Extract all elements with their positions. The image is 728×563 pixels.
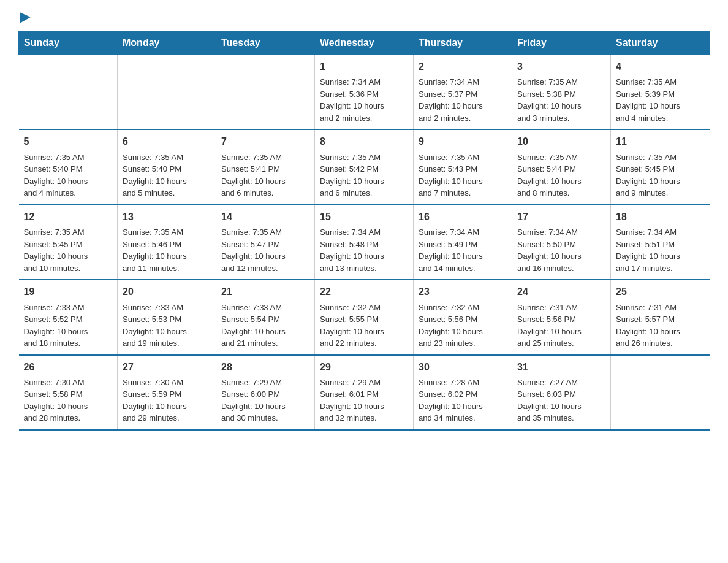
logo xyxy=(18,12,31,25)
day-info: Sunrise: 7:31 AM Sunset: 5:56 PM Dayligh… xyxy=(517,303,582,348)
calendar-cell: 12Sunrise: 7:35 AM Sunset: 5:45 PM Dayli… xyxy=(19,205,118,280)
day-info: Sunrise: 7:29 AM Sunset: 6:01 PM Dayligh… xyxy=(320,378,384,423)
day-info: Sunrise: 7:33 AM Sunset: 5:54 PM Dayligh… xyxy=(221,303,286,348)
calendar-cell: 20Sunrise: 7:33 AM Sunset: 5:53 PM Dayli… xyxy=(118,280,216,354)
day-number: 7 xyxy=(221,135,309,148)
day-header-saturday: Saturday xyxy=(611,31,710,55)
calendar-cell xyxy=(19,55,118,130)
calendar-cell xyxy=(118,55,216,130)
calendar-cell: 17Sunrise: 7:34 AM Sunset: 5:50 PM Dayli… xyxy=(512,205,611,280)
calendar-cell: 22Sunrise: 7:32 AM Sunset: 5:55 PM Dayli… xyxy=(315,280,414,354)
calendar-cell: 11Sunrise: 7:35 AM Sunset: 5:45 PM Dayli… xyxy=(611,129,710,204)
day-info: Sunrise: 7:35 AM Sunset: 5:38 PM Dayligh… xyxy=(517,77,582,123)
calendar-cell: 10Sunrise: 7:35 AM Sunset: 5:44 PM Dayli… xyxy=(512,129,611,204)
calendar-week-row: 26Sunrise: 7:30 AM Sunset: 5:58 PM Dayli… xyxy=(19,355,710,430)
day-info: Sunrise: 7:34 AM Sunset: 5:36 PM Dayligh… xyxy=(320,77,384,123)
calendar-cell: 9Sunrise: 7:35 AM Sunset: 5:43 PM Daylig… xyxy=(414,129,512,204)
day-number: 22 xyxy=(320,285,408,299)
logo-arrow-icon xyxy=(20,12,31,26)
calendar-cell: 25Sunrise: 7:31 AM Sunset: 5:57 PM Dayli… xyxy=(611,280,710,354)
day-header-friday: Friday xyxy=(512,31,611,55)
day-header-monday: Monday xyxy=(118,31,216,55)
calendar-cell: 26Sunrise: 7:30 AM Sunset: 5:58 PM Dayli… xyxy=(19,355,118,430)
day-number: 29 xyxy=(320,361,408,374)
day-number: 25 xyxy=(616,285,705,299)
day-info: Sunrise: 7:34 AM Sunset: 5:50 PM Dayligh… xyxy=(517,228,582,273)
day-number: 18 xyxy=(616,210,705,224)
day-number: 11 xyxy=(616,135,705,148)
day-info: Sunrise: 7:28 AM Sunset: 6:02 PM Dayligh… xyxy=(419,378,483,423)
calendar-week-row: 1Sunrise: 7:34 AM Sunset: 5:36 PM Daylig… xyxy=(19,55,710,130)
day-number: 26 xyxy=(24,361,113,374)
day-info: Sunrise: 7:31 AM Sunset: 5:57 PM Dayligh… xyxy=(616,303,680,348)
calendar-cell: 29Sunrise: 7:29 AM Sunset: 6:01 PM Dayli… xyxy=(315,355,414,430)
calendar-cell: 28Sunrise: 7:29 AM Sunset: 6:00 PM Dayli… xyxy=(216,355,315,430)
day-number: 3 xyxy=(517,60,605,74)
day-number: 1 xyxy=(320,60,408,74)
day-info: Sunrise: 7:30 AM Sunset: 5:59 PM Dayligh… xyxy=(123,378,187,423)
day-number: 21 xyxy=(221,285,309,299)
day-number: 10 xyxy=(517,135,605,148)
day-info: Sunrise: 7:35 AM Sunset: 5:40 PM Dayligh… xyxy=(123,153,187,198)
day-header-thursday: Thursday xyxy=(414,31,512,55)
day-number: 20 xyxy=(123,285,211,299)
calendar-cell xyxy=(216,55,315,130)
day-info: Sunrise: 7:34 AM Sunset: 5:51 PM Dayligh… xyxy=(616,228,680,273)
day-number: 31 xyxy=(517,361,605,374)
calendar-cell: 6Sunrise: 7:35 AM Sunset: 5:40 PM Daylig… xyxy=(118,129,216,204)
day-info: Sunrise: 7:32 AM Sunset: 5:55 PM Dayligh… xyxy=(320,303,384,348)
calendar-cell: 13Sunrise: 7:35 AM Sunset: 5:46 PM Dayli… xyxy=(118,205,216,280)
day-number: 13 xyxy=(123,210,211,224)
calendar-cell: 21Sunrise: 7:33 AM Sunset: 5:54 PM Dayli… xyxy=(216,280,315,354)
day-header-wednesday: Wednesday xyxy=(315,31,414,55)
day-info: Sunrise: 7:30 AM Sunset: 5:58 PM Dayligh… xyxy=(24,378,88,423)
calendar-cell: 8Sunrise: 7:35 AM Sunset: 5:42 PM Daylig… xyxy=(315,129,414,204)
day-header-sunday: Sunday xyxy=(19,31,118,55)
calendar-cell xyxy=(611,355,710,430)
day-number: 2 xyxy=(419,60,507,74)
day-info: Sunrise: 7:35 AM Sunset: 5:45 PM Dayligh… xyxy=(24,228,88,273)
calendar-cell: 5Sunrise: 7:35 AM Sunset: 5:40 PM Daylig… xyxy=(19,129,118,204)
calendar-cell: 24Sunrise: 7:31 AM Sunset: 5:56 PM Dayli… xyxy=(512,280,611,354)
calendar-week-row: 19Sunrise: 7:33 AM Sunset: 5:52 PM Dayli… xyxy=(19,280,710,354)
day-info: Sunrise: 7:29 AM Sunset: 6:00 PM Dayligh… xyxy=(221,378,286,423)
calendar-cell: 16Sunrise: 7:34 AM Sunset: 5:49 PM Dayli… xyxy=(414,205,512,280)
day-number: 23 xyxy=(419,285,507,299)
day-number: 17 xyxy=(517,210,605,224)
day-info: Sunrise: 7:33 AM Sunset: 5:52 PM Dayligh… xyxy=(24,303,88,348)
day-number: 5 xyxy=(24,135,113,148)
calendar-week-row: 12Sunrise: 7:35 AM Sunset: 5:45 PM Dayli… xyxy=(19,205,710,280)
calendar-cell: 23Sunrise: 7:32 AM Sunset: 5:56 PM Dayli… xyxy=(414,280,512,354)
day-number: 16 xyxy=(419,210,507,224)
calendar-cell: 2Sunrise: 7:34 AM Sunset: 5:37 PM Daylig… xyxy=(414,55,512,130)
calendar-week-row: 5Sunrise: 7:35 AM Sunset: 5:40 PM Daylig… xyxy=(19,129,710,204)
day-number: 4 xyxy=(616,60,705,74)
day-info: Sunrise: 7:35 AM Sunset: 5:44 PM Dayligh… xyxy=(517,153,582,198)
day-info: Sunrise: 7:35 AM Sunset: 5:41 PM Dayligh… xyxy=(221,153,286,198)
day-info: Sunrise: 7:32 AM Sunset: 5:56 PM Dayligh… xyxy=(419,303,483,348)
calendar-cell: 19Sunrise: 7:33 AM Sunset: 5:52 PM Dayli… xyxy=(19,280,118,354)
day-number: 12 xyxy=(24,210,113,224)
day-number: 30 xyxy=(419,361,507,374)
calendar-cell: 4Sunrise: 7:35 AM Sunset: 5:39 PM Daylig… xyxy=(611,55,710,130)
day-info: Sunrise: 7:35 AM Sunset: 5:43 PM Dayligh… xyxy=(419,153,483,198)
calendar-cell: 15Sunrise: 7:34 AM Sunset: 5:48 PM Dayli… xyxy=(315,205,414,280)
day-number: 6 xyxy=(123,135,211,148)
day-info: Sunrise: 7:35 AM Sunset: 5:40 PM Dayligh… xyxy=(24,153,88,198)
day-number: 19 xyxy=(24,285,113,299)
day-info: Sunrise: 7:35 AM Sunset: 5:39 PM Dayligh… xyxy=(616,77,680,123)
day-info: Sunrise: 7:33 AM Sunset: 5:53 PM Dayligh… xyxy=(123,303,187,348)
day-info: Sunrise: 7:34 AM Sunset: 5:49 PM Dayligh… xyxy=(419,228,483,273)
day-number: 15 xyxy=(320,210,408,224)
day-info: Sunrise: 7:34 AM Sunset: 5:37 PM Dayligh… xyxy=(419,77,483,123)
day-number: 27 xyxy=(123,361,211,374)
calendar-cell: 30Sunrise: 7:28 AM Sunset: 6:02 PM Dayli… xyxy=(414,355,512,430)
calendar-cell: 14Sunrise: 7:35 AM Sunset: 5:47 PM Dayli… xyxy=(216,205,315,280)
day-info: Sunrise: 7:35 AM Sunset: 5:45 PM Dayligh… xyxy=(616,153,680,198)
calendar-table: SundayMondayTuesdayWednesdayThursdayFrid… xyxy=(18,31,710,431)
day-info: Sunrise: 7:34 AM Sunset: 5:48 PM Dayligh… xyxy=(320,228,384,273)
calendar-cell: 3Sunrise: 7:35 AM Sunset: 5:38 PM Daylig… xyxy=(512,55,611,130)
calendar-cell: 1Sunrise: 7:34 AM Sunset: 5:36 PM Daylig… xyxy=(315,55,414,130)
day-info: Sunrise: 7:35 AM Sunset: 5:46 PM Dayligh… xyxy=(123,228,187,273)
calendar-cell: 18Sunrise: 7:34 AM Sunset: 5:51 PM Dayli… xyxy=(611,205,710,280)
